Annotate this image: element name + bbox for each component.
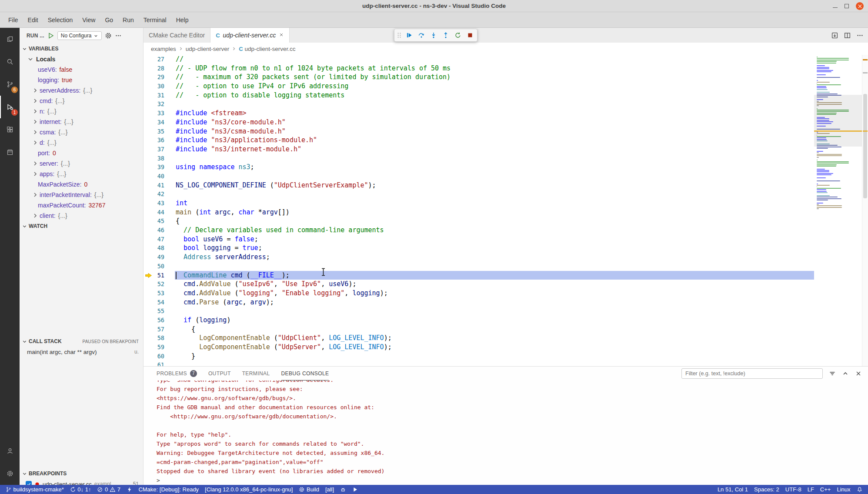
menu-item-go[interactable]: Go [100,14,118,26]
scope-locals[interactable]: Locals [20,54,143,64]
line-number[interactable]: 47 [144,235,175,244]
activity-item-cmake-tools[interactable] [0,141,20,164]
variable-row[interactable]: logging:true [20,75,143,85]
restart-button[interactable] [452,30,464,41]
line-number[interactable]: 55 [144,307,175,316]
activity-item-search[interactable] [0,50,20,73]
code-line[interactable] [175,100,814,109]
debug-config-dropdown[interactable]: No Configura [57,31,102,40]
status-cmake-launch[interactable] [124,485,136,494]
line-number[interactable]: 51 [144,271,175,280]
maximize-button[interactable] [845,4,849,8]
gear-icon[interactable] [105,32,112,39]
status-indentation[interactable]: Spaces: 2 [751,485,782,494]
line-number[interactable]: 33 [144,109,175,118]
code-line[interactable]: { [175,217,814,226]
activity-item-explorer[interactable] [0,28,20,50]
breadcrumb-item[interactable]: udp-client-server [186,46,230,52]
code-line[interactable] [175,307,814,316]
line-number[interactable]: 53 [144,289,175,298]
code-line[interactable]: #include "ns3/core-module.h" [175,118,814,127]
code-line[interactable]: main (int argc, char *argv[]) [175,208,814,217]
line-number[interactable]: 44 [144,208,175,217]
menu-item-edit[interactable]: Edit [23,14,43,26]
code-line[interactable]: NS_LOG_COMPONENT_DEFINE ("UdpClientServe… [175,181,814,190]
code-line[interactable] [175,172,814,181]
menu-item-view[interactable]: View [77,14,100,26]
code-content[interactable]: //// - UDP flow from n0 to n1 of 1024 by… [175,55,814,366]
tab-cmake-cache-editor[interactable]: CMake Cache Editor [144,28,210,43]
status-scm[interactable]: buildsystem-cmake* [3,485,67,494]
code-line[interactable]: } [175,352,814,361]
line-number[interactable]: 49 [144,253,175,262]
status-build-target[interactable]: [all] [322,485,337,494]
variable-row[interactable]: interPacketInterval:{...} [20,190,143,200]
status-eol[interactable]: LF [805,485,817,494]
panel-tab-debug-console[interactable]: DEBUG CONSOLE [281,367,329,381]
code-line[interactable]: bool useV6 = false; [175,235,814,244]
variable-row[interactable]: n:{...} [20,106,143,117]
panel-tab-terminal[interactable]: TERMINAL [242,367,270,381]
line-number[interactable]: 54 [144,298,175,307]
stack-frame-row[interactable]: main(int argc, char ** argv)u. [20,347,143,357]
line-number[interactable]: 45 [144,217,175,226]
line-number[interactable]: 40 [144,172,175,181]
line-number[interactable]: 36 [144,136,175,145]
variable-row[interactable]: maxPacketCount:32767 [20,200,143,210]
panel-tab-output[interactable]: OUTPUT [208,367,231,381]
variable-row[interactable]: server:{...} [20,158,143,169]
variable-row[interactable]: cmd:{...} [20,96,143,106]
line-number[interactable]: 27 [144,55,175,64]
line-number[interactable]: 42 [144,190,175,199]
variable-row[interactable]: apps:{...} [20,169,143,179]
code-line[interactable] [175,262,814,271]
variable-row[interactable]: client:{...} [20,210,143,221]
code-line[interactable]: // - maximum of 320 packets sent (or lim… [175,73,814,82]
export-icon[interactable] [831,32,838,39]
code-line[interactable]: if (logging) [175,316,814,325]
menu-item-help[interactable]: Help [171,14,194,26]
code-line[interactable] [175,360,814,366]
code-line[interactable]: // - option to disable logging statement… [175,91,814,100]
scrollbar-thumb[interactable] [863,94,867,198]
line-number[interactable]: 30 [144,82,175,91]
line-number[interactable]: 58 [144,334,175,343]
watch-header[interactable]: WATCH [20,221,143,231]
activity-item-extensions[interactable] [0,118,20,141]
status-language[interactable]: C++ [817,485,834,494]
line-number[interactable]: 59 [144,343,175,352]
step-into-button[interactable] [428,30,439,41]
split-editor-icon[interactable] [844,32,851,39]
line-number[interactable]: 31 [144,91,175,100]
variable-row[interactable]: d:{...} [20,137,143,148]
activity-item-manage[interactable] [0,462,20,485]
continue-button[interactable] [404,30,415,41]
code-line[interactable]: #include "ns3/internet-module.h" [175,145,814,154]
code-line[interactable]: // Declare variables used in command-lin… [175,226,814,235]
code-line[interactable]: #include "ns3/applications-module.h" [175,136,814,145]
code-line[interactable]: cmd.AddValue ("logging", "Enable logging… [175,289,814,298]
status-problems[interactable]: 07 [94,485,123,494]
stop-button[interactable] [464,30,476,41]
line-number[interactable]: 61 [144,360,175,366]
code-line[interactable]: // - UDP flow from n0 to n1 of 1024 byte… [175,64,814,73]
status-encoding[interactable]: UTF-8 [782,485,805,494]
line-number[interactable]: 32 [144,100,175,109]
line-number[interactable]: 46 [144,226,175,235]
line-number[interactable]: 50 [144,262,175,271]
breakpoint-row[interactable]: udp-client-server.ccexampl...51 [20,479,143,485]
step-over-button[interactable] [416,30,427,41]
line-number[interactable]: 34 [144,118,175,127]
status-cmake-kit[interactable]: [Clang 12.0.0 x86_64-pc-linux-gnu] [202,485,296,494]
code-line[interactable]: cmd.AddValue ("useIpv6", "Use Ipv6", use… [175,280,814,289]
more-actions-icon[interactable] [115,32,122,39]
code-line[interactable]: #include <fstream> [175,109,814,118]
close-icon[interactable] [279,32,284,39]
status-os[interactable]: Linux [834,485,853,494]
breadcrumb-item[interactable]: C udp-client-server.cc [239,46,295,52]
editor-scrollbar[interactable] [862,55,868,366]
activity-item-run-and-debug[interactable]: 1 [0,96,20,118]
code-editor[interactable]: 2728293031323334353637383940414243444546… [144,55,868,366]
line-number[interactable]: 41 [144,181,175,190]
code-line[interactable]: { [175,325,814,334]
